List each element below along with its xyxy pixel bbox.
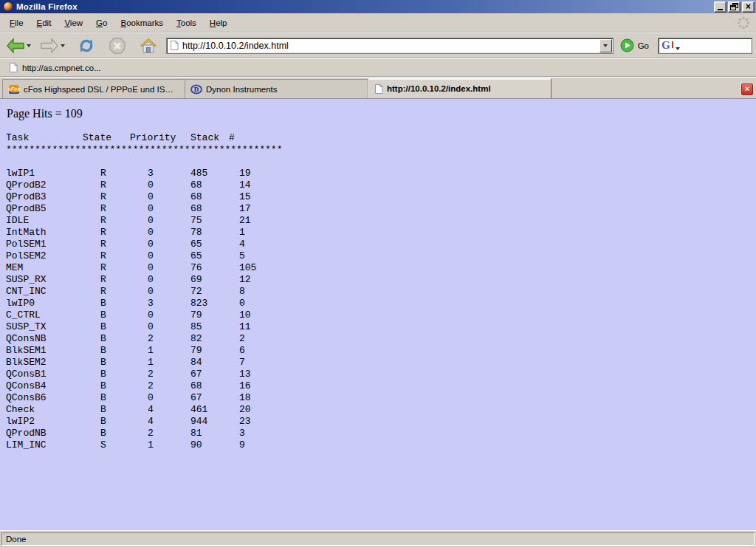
table-row: SUSP_RX R 0 69 12 bbox=[0, 274, 756, 286]
cell-number: 19 bbox=[239, 168, 251, 179]
reload-button[interactable] bbox=[75, 35, 98, 56]
cell-task: LIM_INC bbox=[6, 439, 47, 451]
cell-task: SUSP_RX bbox=[6, 274, 47, 286]
cell-number: 0 bbox=[239, 298, 245, 309]
cell-number: 13 bbox=[239, 369, 251, 380]
cell-number: 16 bbox=[239, 380, 251, 392]
cell-stack: 68 bbox=[190, 380, 202, 392]
cell-state: B bbox=[100, 298, 106, 309]
cell-priority: 2 bbox=[148, 369, 154, 380]
cell-task: QProdB5 bbox=[6, 203, 47, 215]
close-tab-icon: × bbox=[745, 84, 749, 94]
restore-button[interactable] bbox=[728, 1, 740, 13]
cell-state: B bbox=[100, 321, 106, 333]
table-row: IDLE R 0 75 21 bbox=[0, 215, 756, 227]
close-icon: × bbox=[746, 3, 751, 11]
cell-state: R bbox=[100, 168, 106, 179]
window-title: Mozilla Firefox bbox=[16, 2, 712, 11]
cell-priority: 1 bbox=[148, 345, 154, 357]
search-input[interactable]: G bbox=[658, 38, 752, 54]
menu-view[interactable]: View bbox=[58, 16, 89, 30]
cell-state: R bbox=[100, 262, 106, 274]
cell-priority: 0 bbox=[148, 392, 154, 404]
table-row: QConsB1 B 2 67 13 bbox=[0, 369, 756, 380]
menu-tools[interactable]: Tools bbox=[170, 16, 203, 30]
cell-priority: 3 bbox=[148, 298, 154, 309]
cell-state: B bbox=[100, 345, 106, 357]
search-engine-caret[interactable] bbox=[676, 47, 680, 50]
close-button[interactable]: × bbox=[742, 1, 755, 13]
cell-stack: 65 bbox=[190, 250, 202, 262]
stop-button[interactable] bbox=[106, 35, 129, 56]
cell-priority: 2 bbox=[148, 380, 154, 392]
cell-task: SUSP_TX bbox=[6, 321, 47, 333]
table-row: lwIP0 B 3 823 0 bbox=[0, 298, 756, 309]
menu-help[interactable]: Help bbox=[203, 16, 234, 30]
cell-stack: 68 bbox=[190, 203, 202, 215]
cell-number: 18 bbox=[239, 392, 251, 404]
cell-state: B bbox=[100, 309, 106, 321]
bookmark-item[interactable]: http://as.cmpnet.co... bbox=[6, 61, 104, 75]
forward-button[interactable] bbox=[38, 36, 67, 55]
cell-priority: 1 bbox=[148, 439, 154, 451]
tab-dynon[interactable]: D Dynon Instruments bbox=[185, 79, 368, 98]
cell-priority: 3 bbox=[148, 168, 154, 179]
svg-text:cFos: cFos bbox=[8, 86, 20, 92]
cell-state: R bbox=[100, 203, 106, 215]
tab-cfos[interactable]: cFos cFos Highspeed DSL / PPPoE und ISDN… bbox=[2, 79, 185, 98]
cell-priority: 2 bbox=[148, 428, 154, 439]
back-button[interactable] bbox=[4, 36, 33, 55]
cell-state: B bbox=[100, 369, 106, 380]
cell-number: 8 bbox=[239, 286, 245, 298]
cell-priority: 0 bbox=[148, 227, 154, 239]
menu-bookmarks[interactable]: Bookmarks bbox=[114, 16, 170, 30]
cell-stack: 69 bbox=[190, 274, 202, 286]
cell-stack: 823 bbox=[190, 298, 207, 309]
cell-state: B bbox=[100, 404, 106, 416]
close-tab-button[interactable]: × bbox=[741, 83, 753, 95]
back-dropdown-caret[interactable] bbox=[27, 44, 31, 47]
address-bar[interactable]: http://10.0.10.2/index.html bbox=[166, 38, 614, 54]
url-input[interactable]: http://10.0.10.2/index.html bbox=[179, 41, 599, 51]
tab-label: http://10.0.10.2/index.html bbox=[387, 84, 491, 93]
cell-priority: 0 bbox=[148, 203, 154, 215]
go-label: Go bbox=[638, 41, 649, 50]
cell-task: QProdNB bbox=[6, 428, 47, 439]
tab-active-index[interactable]: http://10.0.10.2/index.html bbox=[368, 78, 551, 98]
url-dropdown-caret bbox=[603, 44, 608, 47]
cell-task: Check bbox=[6, 404, 35, 416]
throbber-icon bbox=[737, 16, 750, 30]
google-search-icon: G bbox=[662, 40, 670, 51]
cell-priority: 0 bbox=[148, 309, 154, 321]
stop-icon bbox=[108, 37, 127, 55]
cell-state: R bbox=[100, 227, 106, 239]
table-row: QProdB5 R 0 68 17 bbox=[0, 203, 756, 215]
cfos-icon: cFos bbox=[8, 83, 20, 95]
cell-priority: 0 bbox=[148, 239, 154, 250]
minimize-button[interactable] bbox=[714, 1, 726, 13]
col-task: Task bbox=[6, 132, 29, 144]
forward-dropdown-caret[interactable] bbox=[61, 44, 65, 47]
status-bar: Done bbox=[0, 530, 756, 548]
cell-stack: 67 bbox=[190, 369, 202, 380]
cell-number: 20 bbox=[239, 404, 251, 416]
table-row: PolSEM2 R 0 65 5 bbox=[0, 250, 756, 262]
page-icon bbox=[170, 40, 179, 51]
cell-stack: 81 bbox=[190, 428, 202, 439]
cell-task: QProdB3 bbox=[6, 191, 47, 203]
go-button[interactable]: Go bbox=[617, 38, 652, 52]
home-button[interactable] bbox=[137, 35, 160, 56]
cell-task: MEM bbox=[6, 262, 23, 274]
cell-task: BlkSEM2 bbox=[6, 357, 47, 369]
cell-priority: 2 bbox=[148, 333, 154, 345]
url-dropdown-button[interactable] bbox=[599, 39, 612, 52]
cell-state: R bbox=[100, 215, 106, 227]
cell-stack: 79 bbox=[190, 345, 202, 357]
menu-file[interactable]: File bbox=[3, 16, 30, 30]
cell-task: lwIP2 bbox=[6, 416, 35, 428]
cell-number: 10 bbox=[239, 309, 251, 321]
menu-go[interactable]: Go bbox=[89, 16, 114, 30]
cell-task: IDLE bbox=[6, 215, 29, 227]
col-state: State bbox=[83, 132, 111, 144]
menu-edit[interactable]: Edit bbox=[30, 16, 58, 30]
